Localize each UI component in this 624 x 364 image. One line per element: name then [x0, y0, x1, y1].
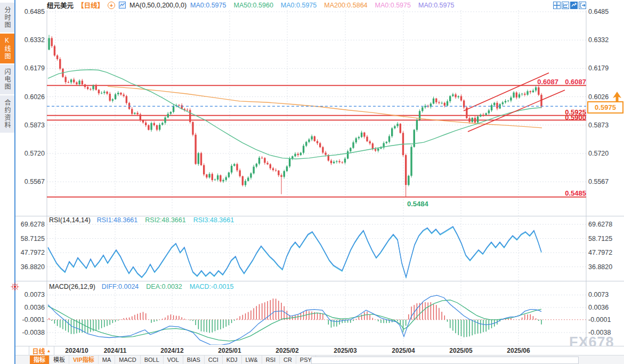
toolbar-item-bias[interactable]: BIAS — [183, 355, 205, 364]
xaxis-date-2025-03: 2025/03 — [334, 347, 356, 354]
svg-text:0.6179: 0.6179 — [25, 64, 45, 72]
svg-text:0.6485: 0.6485 — [588, 8, 609, 15]
price-level-label-1: 0.6087 — [558, 78, 586, 86]
svg-text:47.7972: 47.7972 — [588, 249, 612, 256]
toolbar-item-kdj[interactable]: KDJ — [223, 355, 242, 364]
svg-text:36.8820: 36.8820 — [21, 263, 45, 271]
svg-text:36.8820: 36.8820 — [588, 263, 612, 271]
sidebar-tab-label: 合约资料 — [3, 99, 12, 129]
macd-value-0: DIFF:0.0024 — [102, 283, 139, 290]
period-dropdown-label: 日线 — [33, 346, 45, 355]
sidebar-tab-lightning-chart[interactable]: 闪电图 — [0, 64, 14, 94]
svg-text:0.6332: 0.6332 — [588, 36, 609, 44]
svg-text:0.6026: 0.6026 — [25, 93, 45, 101]
price-level-label-0: 0.6087 — [531, 78, 558, 86]
svg-text:58.7125: 58.7125 — [21, 235, 45, 242]
sidebar-tab-contract-info[interactable]: 合约资料 — [0, 95, 14, 133]
ma-formula: MA(0,50,0,200,0,0) — [129, 2, 187, 9]
indicator-toolbar: 指标模板VIP指标MAMACDBOLLVOLBIASCCIKDJLW&RSICR… — [15, 355, 624, 364]
left-sidebar: 分时图 K线图 闪电图 合约资料 — [0, 0, 15, 364]
xaxis-date-2025-06: 2025/06 — [507, 347, 530, 354]
ma-value-5: MA0:0.5975 — [418, 2, 454, 9]
ma-value-1: MA50:0.5960 — [233, 2, 273, 9]
toolbar-item-macd[interactable]: MACD — [115, 355, 140, 364]
crosshair-move-icon[interactable] — [553, 2, 561, 9]
svg-text:0.6485: 0.6485 — [25, 8, 45, 15]
ma-value-2: MA0:0.5975 — [281, 2, 317, 9]
macd-header: MACD(26,12,9) DIFF:0.0024DEA:0.0032MACD:… — [49, 283, 233, 290]
price-level-label-3: 0.5900 — [558, 114, 586, 122]
toolbar-item-rsi[interactable]: RSI — [262, 355, 280, 364]
ma-values: MA0:0.5975MA50:0.5960MA0:0.5975MA200:0.5… — [190, 2, 454, 9]
rsi-value-2: RSI3:48.3661 — [193, 216, 234, 224]
instrument-title: 纽元美元 — [47, 0, 74, 10]
price-up-arrow-icon — [611, 91, 623, 102]
toolbar-item-lw[interactable]: LW& — [242, 355, 262, 364]
toolbar-item-cr[interactable]: CR — [280, 355, 296, 364]
ma-value-0: MA0:0.5975 — [190, 2, 226, 9]
add-indicator-icon[interactable]: + — [108, 2, 115, 9]
ma-value-4: MA0:0.5975 — [375, 2, 411, 9]
ma-value-3: MA200:0.5864 — [324, 2, 367, 9]
sidebar-tab-label: 闪电图 — [3, 68, 12, 91]
toolbar-item-模板[interactable]: 模板 — [50, 355, 69, 364]
svg-text:0.6332: 0.6332 — [25, 36, 45, 44]
svg-text:-0.0001: -0.0001 — [22, 316, 45, 323]
macd-layer — [48, 295, 541, 345]
svg-text:47.7972: 47.7972 — [21, 249, 45, 256]
xaxis-date-2025-02: 2025/02 — [275, 347, 298, 354]
svg-text:69.6278: 69.6278 — [588, 221, 612, 228]
indicator-window-icon[interactable] — [570, 2, 578, 9]
candles-layer — [48, 35, 542, 197]
rsi-name: RSI(14,14,14) — [49, 216, 91, 224]
svg-text:0.0073: 0.0073 — [25, 291, 45, 298]
svg-text:0.5720: 0.5720 — [25, 150, 45, 157]
chevron-up-icon: ▲ — [47, 349, 51, 353]
toolbar-item-vip指标[interactable]: VIP指标 — [69, 355, 99, 364]
toolbar-item-boll[interactable]: BOLL — [141, 355, 164, 364]
xaxis-date-2025-04: 2025/04 — [392, 347, 415, 354]
panel-marker-icon — [10, 282, 20, 292]
rsi-value-1: RSI2:48.3661 — [145, 216, 185, 224]
svg-text:-0.0038: -0.0038 — [22, 329, 45, 336]
sidebar-tab-label: K线图 — [3, 37, 12, 60]
period-badge: 【日线】 — [77, 0, 104, 10]
period-dropdown[interactable]: 日线 ▲ — [29, 346, 54, 355]
ma-lines — [48, 70, 542, 159]
svg-text:0.5567: 0.5567 — [25, 178, 45, 185]
axis-scale-icon[interactable] — [562, 2, 569, 9]
exit-fullscreen-icon[interactable] — [579, 2, 586, 9]
gridlines — [47, 10, 586, 345]
ma-indicator-icon — [119, 2, 126, 9]
price-level-label-5: 0.5484 — [407, 200, 435, 208]
sidebar-tab-time-chart[interactable]: 分时图 — [0, 3, 14, 33]
svg-text:0.0036: 0.0036 — [25, 304, 45, 311]
rsi-values: RSI1:48.3661RSI2:48.3661RSI3:48.3661 — [97, 216, 234, 224]
svg-text:58.7125: 58.7125 — [588, 235, 612, 242]
svg-text:0.5567: 0.5567 — [588, 178, 609, 185]
svg-text:0.6179: 0.6179 — [588, 64, 609, 72]
price-level-label-4: 0.5485 — [558, 189, 586, 197]
sidebar-tab-label: 分时图 — [3, 6, 12, 29]
xaxis-date-2024-10: 2024/10 — [65, 347, 88, 354]
rsi-value-0: RSI1:48.3661 — [97, 216, 137, 224]
toolbar-blank-field — [311, 357, 579, 364]
macd-value-2: MACD:-0.0015 — [190, 283, 234, 290]
xaxis-date-2025-01: 2025/01 — [218, 347, 241, 354]
xaxis-date-2025-05: 2025/05 — [449, 347, 472, 354]
rsi-header: RSI(14,14,14) RSI1:48.3661RSI2:48.3661RS… — [49, 216, 234, 224]
svg-text:0.5873: 0.5873 — [588, 122, 609, 129]
toolbar-item-cci[interactable]: CCI — [205, 355, 223, 364]
chart-canvas[interactable]: 0.64850.64850.63320.63320.61790.61790.60… — [0, 0, 624, 346]
svg-text:0.5873: 0.5873 — [25, 122, 45, 129]
svg-text:-0.0001: -0.0001 — [588, 316, 611, 323]
svg-text:0.0036: 0.0036 — [588, 304, 609, 311]
xaxis-date-2024-11: 2024/11 — [104, 347, 127, 354]
sidebar-tab-kline-chart[interactable]: K线图 — [0, 34, 14, 63]
chart-toolbar-icons — [553, 2, 586, 9]
svg-text:0.6026: 0.6026 — [588, 93, 609, 101]
toolbar-item-ma[interactable]: MA — [99, 355, 116, 364]
toolbar-item-指标[interactable]: 指标 — [30, 355, 50, 364]
toolbar-item-vol[interactable]: VOL — [164, 355, 183, 364]
xaxis-row: 日线 ▲ 2024/102024/112024/122025/012025/02… — [15, 346, 624, 355]
